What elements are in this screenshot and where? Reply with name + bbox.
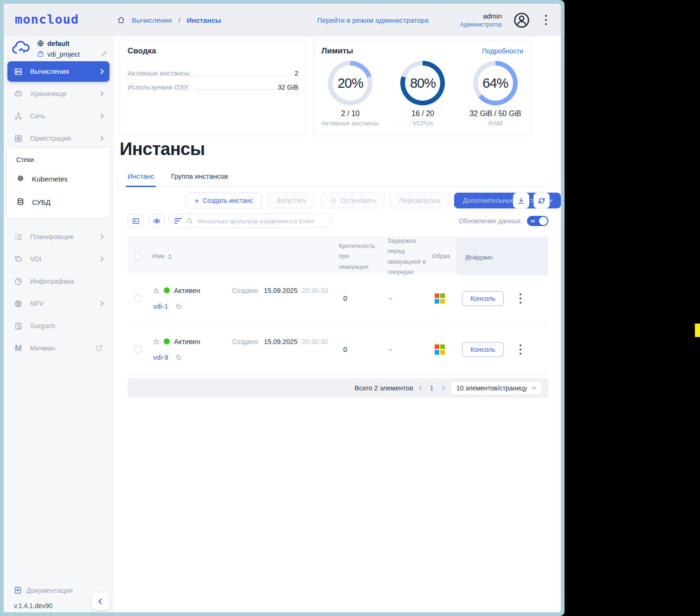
download-button[interactable] [513,193,529,208]
sidebar-item-surguch[interactable]: Surguch [7,316,109,336]
gauge-label: RAM [461,120,530,127]
gauge-percent: 64% [473,61,518,105]
limits-details-link[interactable]: Подробности [482,47,523,55]
gauge-label: VCPUs [388,120,457,127]
page-number[interactable]: 1 [429,384,435,392]
sidebar-item-label: Сеть [30,112,99,120]
sidebar-item-network[interactable]: Сеть [7,106,109,126]
sidebar-item-kubernetes[interactable]: ☸ Kubernetes [7,169,111,189]
summary-row-label: Активные инстансы: [128,70,191,78]
create-instance-button[interactable]: + Создать инстанс [186,193,262,208]
column-header-name[interactable]: Имя [152,251,164,261]
sidebar-item-michman[interactable]: M Мичман [7,338,109,358]
power-icon [330,197,337,204]
console-button[interactable]: Консоль [462,342,504,357]
select-all-checkbox[interactable] [134,253,142,260]
kebab-menu-icon[interactable] [541,13,551,27]
project-selector[interactable]: default vdi_project [10,38,108,59]
status-label: Активен [174,337,200,345]
sidebar-item-label: NFV [30,300,99,307]
summary-row-value: 32 GiB [278,84,298,92]
table-row: Активен Создано 15.09.2025 20:30:30 vdi-… [128,324,548,375]
sidebar-item-compute[interactable]: Вычисления [7,61,109,82]
sidebar-item-orchestration[interactable]: Оркестрация [7,128,109,149]
instance-name-link[interactable]: vdi-1 [153,302,168,310]
breadcrumb-section[interactable]: Вычисления [132,16,172,24]
summary-row: Используемая ОЗУ: 32 GiB [128,78,298,92]
instance-name-link[interactable]: vdi-9 [153,353,168,361]
sidebar-item-label: Планировщик [30,233,99,240]
box-icon [37,51,44,58]
column-settings-button[interactable] [128,214,144,228]
row-kebab-menu-icon[interactable] [516,292,525,305]
sidebar-item-vdi[interactable]: VDI [7,249,109,269]
stacks-title: Стеки [16,156,34,163]
edge-marker [695,324,700,337]
chevron-left-icon [98,598,104,604]
page-size-select[interactable]: 10 элементов/страницу [450,381,542,395]
stop-button[interactable]: Остановить [321,193,385,208]
filter-input[interactable] [198,218,327,225]
row-checkbox[interactable] [134,345,142,353]
documentation-link[interactable]: Документация [14,586,73,594]
link-icon[interactable] [101,50,108,57]
created-label: Создано [232,287,257,294]
plus-icon: + [194,197,199,205]
lock-open-icon [153,338,160,345]
criticality-value: 0 [335,294,384,302]
sidebar-collapse-button[interactable] [92,592,109,610]
console-button[interactable]: Консоль [462,291,504,306]
layers-icon [14,255,23,264]
pie-chart-icon [14,277,23,286]
row-checkbox[interactable] [134,294,142,302]
tab-instance[interactable]: Инстанс [128,168,154,186]
start-button[interactable]: Запустить [267,193,315,208]
leader-line [195,75,291,76]
more-actions-label: Дополнительные действия [463,197,544,204]
gauge-vcpus: 80% 16 / 20 VCPUs [388,61,457,127]
gauge-label: Активные инстансы [315,120,385,127]
breadcrumb-current: Инстансы [187,16,221,24]
next-page-icon[interactable] [440,385,445,390]
copy-icon[interactable] [175,354,182,361]
home-icon[interactable] [117,16,125,24]
sidebar-item-storage[interactable]: Хранилище [7,84,109,104]
created-time: 20:30:33 [302,287,328,294]
tab-bar: Инстанс Группа инстансов [120,168,548,187]
card-view-icon [132,217,140,225]
created-date: 15.09.2025 [264,287,298,294]
sidebar-item-dbms[interactable]: СУБД [7,192,111,212]
chevron-right-icon [98,234,103,239]
total-count: Всего 2 элементов [355,384,413,392]
tab-instance-group[interactable]: Группа инстансов [171,168,228,186]
reboot-button[interactable]: Перезагрузка [390,193,449,208]
chevron-right-icon [98,91,103,96]
sort-icon[interactable] [168,254,172,259]
limits-card: Лимиты Подробности 20% 2 / 10 Активные и… [314,40,531,136]
sidebar-item-label: Вычисления [30,68,99,75]
filter-search-box[interactable] [169,214,332,228]
project-domain: default [47,40,70,47]
visibility-button[interactable] [148,214,165,228]
admin-mode-link[interactable]: Перейти в режим администратора [317,16,429,24]
database-icon [16,198,25,206]
network-icon [14,112,23,121]
app-window-frame: moncloud Вычисления / Инстансы Перейти в… [0,0,565,616]
summary-row-value: 2 [295,70,298,78]
copy-icon[interactable] [175,303,182,310]
row-kebab-menu-icon[interactable] [516,343,525,357]
auto-refresh-toggle[interactable]: 00 [527,216,548,226]
prev-page-icon[interactable] [418,385,424,390]
external-link-icon [96,344,103,352]
donut-chart: 64% [473,61,518,105]
filter-bar: Обновление данных: 00 [128,214,548,228]
column-header-delay: Задержка перед эвакуацией в секундах [384,236,426,277]
avatar-icon[interactable] [513,12,530,29]
sidebar-item-scheduler[interactable]: Планировщик [7,227,109,247]
sidebar-item-label: Surguch [30,322,103,330]
sidebar-item-nfv[interactable]: NFV [7,293,109,314]
sidebar-item-infographics[interactable]: Инфографика [7,271,109,292]
summary-row-label: Используемая ОЗУ: [128,84,190,92]
refresh-button[interactable] [533,193,550,208]
user-block[interactable]: admin Администратор [460,12,502,28]
